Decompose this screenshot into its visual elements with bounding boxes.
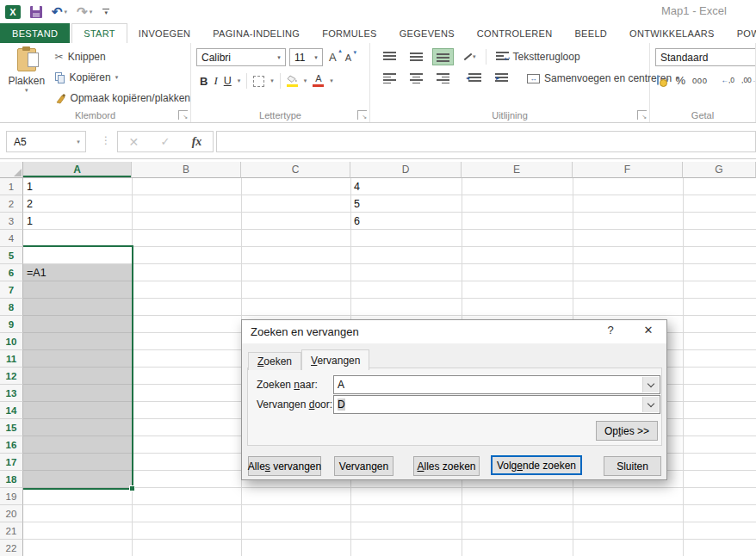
find-all-button[interactable]: Alles zoeken (413, 456, 480, 476)
column-header[interactable]: C (241, 162, 350, 178)
ribbon-tab[interactable]: PAGINA-INDELING (201, 23, 311, 43)
column-header[interactable]: A (23, 162, 132, 178)
font-name-combo[interactable]: Calibri ▾ (196, 48, 286, 66)
font-color-dropdown-icon[interactable]: ▾ (330, 77, 333, 84)
select-all-button[interactable] (0, 162, 23, 178)
ribbon-tab[interactable]: ONTWIKKELAARS (618, 23, 726, 43)
replace-with-input[interactable]: D (333, 395, 660, 414)
copy-button[interactable]: Kopiëren ▾ (55, 67, 190, 88)
increase-font-button[interactable]: A▴ (326, 51, 339, 64)
row-header[interactable]: 3 (0, 213, 23, 230)
ribbon-tab[interactable]: CONTROLEREN (466, 23, 564, 43)
align-middle-button[interactable] (406, 48, 427, 65)
name-box-dropdown-icon[interactable]: ▾ (71, 139, 85, 145)
row-header[interactable]: 22 (0, 540, 23, 556)
ribbon-tab[interactable]: POWER QU (726, 23, 756, 43)
excel-logo-icon[interactable]: X (5, 5, 21, 19)
align-bottom-button[interactable] (432, 48, 454, 65)
currency-format-button[interactable] (657, 75, 659, 85)
row-header[interactable]: 12 (0, 368, 23, 385)
align-center-button[interactable] (406, 70, 427, 87)
decrease-font-button[interactable]: A▾ (343, 53, 354, 63)
align-top-button[interactable] (379, 48, 400, 65)
cancel-entry-icon[interactable]: ✕ (129, 135, 139, 149)
cell-d3[interactable]: 6 (350, 213, 462, 230)
decrease-decimal-button[interactable]: ,00→ (741, 76, 756, 84)
replace-button[interactable]: Vervangen (334, 456, 393, 476)
row-header[interactable]: 19 (0, 488, 23, 505)
increase-indent-button[interactable]: ▸ (491, 70, 512, 87)
row-header[interactable]: 10 (0, 333, 23, 350)
italic-button[interactable]: I (214, 74, 217, 88)
row-header[interactable]: 9 (0, 316, 23, 333)
row-header[interactable]: 17 (0, 454, 23, 471)
cell-a2[interactable]: 2 (23, 195, 132, 213)
fill-color-dropdown-icon[interactable]: ▾ (304, 77, 307, 84)
percent-format-button[interactable]: % (676, 74, 686, 87)
bold-button[interactable]: B (200, 75, 208, 88)
row-header[interactable]: 5 (0, 247, 23, 264)
row-header[interactable]: 2 (0, 195, 23, 213)
row-header[interactable]: 13 (0, 385, 23, 402)
close-dialog-button[interactable]: Sluiten (604, 456, 661, 476)
title-bar[interactable]: X ↶▾ ↷▾ ▾ Map1 - Excel (0, 0, 756, 23)
dialog-launcher-icon[interactable]: ↘ (357, 110, 367, 120)
font-size-combo[interactable]: 11 ▾ (289, 48, 323, 66)
row-header[interactable]: 1 (0, 178, 23, 195)
cell-d2[interactable]: 5 (350, 195, 462, 213)
align-right-button[interactable] (432, 70, 454, 87)
column-header[interactable]: B (132, 162, 241, 178)
column-header[interactable]: F (573, 162, 683, 178)
find-what-input[interactable]: A (333, 375, 660, 394)
row-header[interactable]: 7 (0, 281, 23, 299)
comma-format-button[interactable]: 000 (692, 76, 707, 85)
ribbon-tab[interactable]: INVOEGEN (127, 23, 201, 43)
row-header[interactable]: 16 (0, 436, 23, 454)
column-header[interactable]: E (462, 162, 573, 178)
underline-dropdown-icon[interactable]: ▾ (238, 77, 241, 84)
dialog-launcher-icon[interactable]: ↘ (637, 110, 647, 120)
format-painter-button[interactable]: Opmaak kopiëren/plakken (55, 88, 190, 108)
row-header[interactable]: 20 (0, 505, 23, 522)
number-format-combo[interactable]: Standaard ▾ (655, 48, 756, 66)
tab-vervangen[interactable]: Vervangen (301, 349, 369, 370)
tab-zoeken[interactable]: Zoeken (248, 352, 301, 370)
ribbon-tab[interactable]: START (71, 23, 127, 43)
cell-d1[interactable]: 4 (350, 178, 462, 195)
align-left-button[interactable] (379, 70, 400, 87)
chevron-down-icon[interactable]: ▾ (310, 54, 322, 61)
wrap-text-button[interactable]: ↩ Tekstterugloop (492, 47, 585, 66)
undo-dropdown-icon[interactable]: ▾ (65, 6, 68, 18)
chevron-down-icon[interactable]: ▾ (273, 54, 285, 61)
ribbon-tab[interactable]: FORMULES (311, 23, 388, 43)
formula-input[interactable] (216, 131, 756, 152)
ribbon-tab[interactable]: BEELD (563, 23, 618, 43)
find-next-button[interactable]: Volgende zoeken (491, 455, 582, 475)
dialog-close-button[interactable]: ✕ (638, 324, 659, 340)
cell-a1[interactable]: 1 (23, 178, 132, 195)
options-button[interactable]: Opties >> (596, 421, 658, 441)
row-header[interactable]: 21 (0, 522, 23, 540)
underline-button[interactable]: U (224, 75, 232, 87)
undo-button[interactable]: ↶▾ (52, 6, 67, 18)
replace-all-button[interactable]: Alles vervangen (248, 456, 321, 476)
save-icon[interactable] (30, 6, 42, 18)
orientation-button[interactable]: ▾ (459, 50, 480, 64)
cell-a3[interactable]: 1 (23, 213, 132, 230)
formula-bar-drag-handle[interactable]: ⋮ (101, 134, 111, 146)
borders-dropdown-icon[interactable]: ▾ (270, 77, 274, 84)
row-header[interactable]: 14 (0, 402, 23, 419)
column-header[interactable]: D (350, 162, 462, 178)
ribbon-tab[interactable]: GEGEVENS (388, 23, 466, 43)
redo-dropdown-icon[interactable]: ▾ (90, 6, 93, 18)
paste-dropdown-icon[interactable]: ▾ (25, 87, 28, 94)
fill-color-button[interactable] (287, 75, 298, 87)
row-header[interactable]: 8 (0, 299, 23, 316)
cut-button[interactable]: ✂ Knippen (55, 46, 190, 67)
column-header[interactable]: G (683, 162, 756, 178)
decrease-indent-button[interactable]: ◂ (464, 70, 486, 87)
ribbon-tab[interactable]: BESTAND (0, 23, 70, 43)
row-header[interactable]: 4 (0, 230, 23, 247)
replace-with-dropdown-button[interactable] (642, 397, 659, 412)
increase-decimal-button[interactable]: ←,0 (721, 76, 734, 84)
